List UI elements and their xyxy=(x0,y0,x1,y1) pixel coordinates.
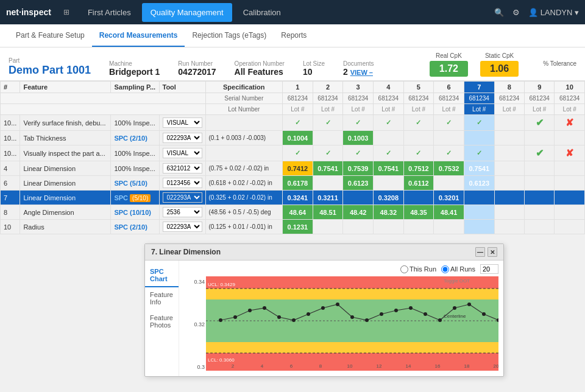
tool-cell[interactable]: VISUAL xyxy=(159,145,205,161)
meas-4[interactable] xyxy=(373,176,403,191)
meas-3[interactable]: 0.6123 xyxy=(343,176,374,191)
all-runs-radio-label[interactable]: All Runs xyxy=(441,265,475,273)
meas-4[interactable]: 0.3208 xyxy=(373,191,403,205)
tool-cell[interactable]: 022293A xyxy=(159,220,205,234)
all-runs-radio[interactable] xyxy=(441,265,449,273)
table-row[interactable]: 6 Linear Dimension SPC (5/10) 0123456 (0… xyxy=(1,176,585,191)
meas-9[interactable] xyxy=(524,205,554,220)
x-circle-icon[interactable]: ✘ xyxy=(566,148,573,158)
user-menu[interactable]: 👤 LANDYN ▾ xyxy=(528,8,579,17)
meas-6[interactable]: 48.41 xyxy=(434,205,464,220)
meas-3[interactable]: 48.42 xyxy=(343,205,374,220)
table-row[interactable]: 10 Radius SPC (2/10) 022293A (0.125 + 0.… xyxy=(1,220,585,234)
meas-8[interactable] xyxy=(494,205,524,220)
table-row-selected[interactable]: 7 Linear Dimension SPC (5/10) 022293A (0… xyxy=(1,191,585,205)
meas-3[interactable] xyxy=(343,220,374,234)
search-icon[interactable]: 🔍 xyxy=(494,8,504,17)
meas-5[interactable] xyxy=(403,220,434,234)
meas-8[interactable] xyxy=(494,220,524,234)
meas-6[interactable] xyxy=(434,131,464,145)
tab-rejection-tags[interactable]: Rejection Tags (eTags) xyxy=(185,25,274,47)
meas-1[interactable]: 0.1004 xyxy=(283,131,313,145)
meas-10[interactable] xyxy=(555,205,585,220)
meas-7[interactable] xyxy=(464,131,494,145)
meas-8[interactable] xyxy=(494,161,524,176)
meas-1[interactable]: 0.1231 xyxy=(283,220,313,234)
nav-first-articles[interactable]: First Articles xyxy=(79,3,140,22)
spc-tab-feature-info[interactable]: Feature Info xyxy=(145,287,179,310)
this-run-radio-label[interactable]: This Run xyxy=(400,265,436,273)
meas-8[interactable] xyxy=(494,131,524,145)
meas-5[interactable]: 48.35 xyxy=(403,205,434,220)
meas-3[interactable]: 0.1003 xyxy=(343,131,374,145)
grid-icon[interactable]: ⊞ xyxy=(63,8,69,16)
run-count-input[interactable] xyxy=(480,264,498,274)
table-row[interactable]: 10... Verify surface finish, debu... 100… xyxy=(1,115,585,131)
meas-2[interactable]: 0.3211 xyxy=(313,191,343,205)
meas-4[interactable] xyxy=(373,220,403,234)
meas-3[interactable]: 0.7539 xyxy=(343,161,374,176)
tab-part-feature-setup[interactable]: Part & Feature Setup xyxy=(9,25,92,47)
meas-4[interactable]: 0.7541 xyxy=(373,161,403,176)
meas-1[interactable]: 48.64 xyxy=(283,205,313,220)
meas-8[interactable] xyxy=(494,191,524,205)
table-row[interactable]: 4 Linear Dimension 100% Inspe... 6321012… xyxy=(1,161,585,176)
meas-1[interactable]: 0.7412 xyxy=(283,161,313,176)
meas-5[interactable]: 0.6112 xyxy=(403,176,434,191)
tab-record-measurements[interactable]: Record Measurements xyxy=(92,25,185,47)
meas-7[interactable] xyxy=(464,220,494,234)
meas-6[interactable] xyxy=(434,220,464,234)
meas-7[interactable] xyxy=(464,191,494,205)
meas-5[interactable] xyxy=(403,191,434,205)
meas-4[interactable] xyxy=(373,131,403,145)
table-row[interactable]: 10... Tab Thickness SPC (2/10) 022293A (… xyxy=(1,131,585,145)
meas-2[interactable] xyxy=(313,131,343,145)
meas-7[interactable] xyxy=(464,205,494,220)
meas-9[interactable] xyxy=(524,220,554,234)
meas-2[interactable] xyxy=(313,220,343,234)
table-row[interactable]: 8 Angle Dimension SPC (10/10) 2536 (48.5… xyxy=(1,205,585,220)
meas-6[interactable]: 0.3201 xyxy=(434,191,464,205)
meas-4[interactable]: 48.32 xyxy=(373,205,403,220)
meas-8[interactable] xyxy=(494,176,524,191)
meas-9[interactable] xyxy=(524,161,554,176)
tool-cell[interactable]: 022293A xyxy=(159,131,205,145)
meas-3[interactable] xyxy=(343,191,374,205)
minimize-button[interactable]: — xyxy=(475,247,485,257)
meas-1[interactable]: 0.3241 xyxy=(283,191,313,205)
check-circle-icon[interactable]: ✔ xyxy=(536,117,544,128)
tool-cell[interactable]: 2536 xyxy=(159,205,205,220)
spc-tab-feature-photos[interactable]: Feature Photos xyxy=(145,310,179,334)
close-button[interactable]: ✕ xyxy=(488,247,497,257)
meas-2[interactable]: 48.51 xyxy=(313,205,343,220)
gear-icon[interactable]: ⚙ xyxy=(512,8,520,17)
meas-10[interactable] xyxy=(555,176,585,191)
tool-cell[interactable]: 63210125 xyxy=(159,161,205,176)
this-run-radio[interactable] xyxy=(400,265,408,273)
meas-2[interactable] xyxy=(313,176,343,191)
meas-10[interactable] xyxy=(555,161,585,176)
check-circle-icon[interactable]: ✔ xyxy=(536,148,544,158)
meas-5[interactable] xyxy=(403,131,434,145)
meas-10[interactable] xyxy=(555,191,585,205)
view-link[interactable]: VIEW – xyxy=(350,69,373,76)
tab-reports[interactable]: Reports xyxy=(274,25,314,47)
meas-7[interactable]: 0.7541 xyxy=(464,161,494,176)
meas-9[interactable] xyxy=(524,131,554,145)
meas-2[interactable]: 0.7541 xyxy=(313,161,343,176)
meas-1[interactable]: 0.6178 xyxy=(283,176,313,191)
nav-calibration[interactable]: Calibration xyxy=(235,3,289,22)
meas-6[interactable] xyxy=(434,176,464,191)
nav-quality-management[interactable]: Quality Management xyxy=(142,3,232,22)
meas-6[interactable]: 0.7532 xyxy=(434,161,464,176)
meas-5[interactable]: 0.7512 xyxy=(403,161,434,176)
spc-tab-chart[interactable]: SPC Chart xyxy=(145,264,179,287)
meas-9[interactable] xyxy=(524,191,554,205)
table-row[interactable]: 10... Visually inspect the part a... 100… xyxy=(1,145,585,161)
meas-10[interactable] xyxy=(555,131,585,145)
x-circle-icon[interactable]: ✘ xyxy=(566,117,573,128)
meas-10[interactable] xyxy=(555,220,585,234)
tool-cell[interactable]: VISUAL xyxy=(159,115,205,131)
tool-cell[interactable]: 0123456 xyxy=(159,176,205,191)
tool-cell[interactable]: 022293A xyxy=(159,191,205,205)
